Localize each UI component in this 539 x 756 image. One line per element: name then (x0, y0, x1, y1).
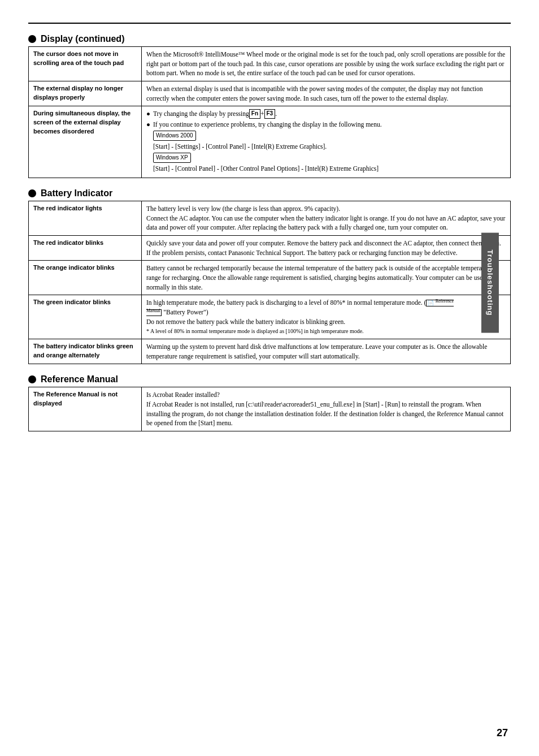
side-tab-container: Troubleshooting (519, 170, 539, 396)
ref-not-displayed-solution-cell: Is Acrobat Reader installed?If Acrobat R… (142, 387, 511, 431)
table-row: The Reference Manual is not displayed Is… (29, 387, 511, 431)
windowsxp-badge: Windows XP (153, 153, 191, 163)
f3-key: F3 (264, 109, 276, 119)
display-section-header: Display (continued) (28, 34, 511, 44)
red-lights-solution-cell: The battery level is very low (the charg… (142, 201, 511, 236)
orange-blinks-solution-cell: Battery cannot be recharged temporarily … (142, 261, 511, 295)
green-blinks-solution-cell: In high temperature mode, the battery pa… (142, 295, 511, 339)
orange-blinks-problem-cell: The orange indicator blinks (29, 261, 142, 295)
footnote: * A level of 80% in normal temperature m… (146, 328, 364, 334)
table-row: The external display no longer displays … (29, 81, 511, 106)
red-lights-problem-cell: The red indicator lights (29, 201, 142, 236)
cursor-problem-cell: The cursor does not move in scrolling ar… (29, 47, 142, 81)
table-row: The battery indicator blinks green and o… (29, 339, 511, 364)
green-blinks-problem-cell: The green indicator blinks (29, 295, 142, 339)
red-blinks-solution-cell: Quickly save your data and power off you… (142, 236, 511, 261)
bullet-item: Try changing the display by pressing Fn+… (146, 109, 506, 119)
green-orange-solution-cell: Warming up the system to prevent hard di… (142, 339, 511, 364)
reference-section-header: Reference Manual (28, 374, 511, 385)
battery-section-title: Battery Indicator (41, 188, 112, 198)
page: Display (continued) The cursor does not … (0, 0, 539, 756)
table-row: The cursor does not move in scrolling ar… (29, 47, 511, 81)
reference-bullet-icon (28, 375, 36, 383)
table-row: The red indicator blinks Quickly save yo… (29, 236, 511, 261)
reference-section-title: Reference Manual (41, 374, 118, 385)
display-table: The cursor does not move in scrolling ar… (28, 46, 511, 178)
bullet-item: If you continue to experience problems, … (146, 120, 506, 174)
simultaneous-problem-cell: During simultaneous display, the screen … (29, 106, 142, 178)
simultaneous-solution-cell: Try changing the display by pressing Fn+… (142, 106, 511, 178)
red-blinks-problem-cell: The red indicator blinks (29, 236, 142, 261)
reference-table: The Reference Manual is not displayed Is… (28, 387, 511, 431)
green-orange-problem-cell: The battery indicator blinks green and o… (29, 339, 142, 364)
windows2000-badge: Windows 2000 (153, 131, 196, 141)
battery-bullet-icon (28, 189, 36, 197)
table-row: During simultaneous display, the screen … (29, 106, 511, 178)
fn-key: Fn (249, 109, 260, 119)
battery-table: The red indicator lights The battery lev… (28, 201, 511, 364)
table-row: The green indicator blinks In high tempe… (29, 295, 511, 339)
ref-not-displayed-problem-cell: The Reference Manual is not displayed (29, 387, 142, 431)
display-section-title: Display (continued) (41, 34, 124, 44)
page-number: 27 (497, 727, 508, 739)
external-display-solution-cell: When an external display is used that is… (142, 81, 511, 106)
top-border (28, 23, 511, 24)
display-bullet-icon (28, 35, 36, 43)
table-row: The orange indicator blinks Battery cann… (29, 261, 511, 295)
side-tab-label: Troubleshooting (481, 233, 499, 333)
battery-section-header: Battery Indicator (28, 188, 511, 198)
cursor-solution-cell: When the Microsoft® IntelliMouse™ Wheel … (142, 47, 511, 81)
table-row: The red indicator lights The battery lev… (29, 201, 511, 236)
external-display-problem-cell: The external display no longer displays … (29, 81, 142, 106)
